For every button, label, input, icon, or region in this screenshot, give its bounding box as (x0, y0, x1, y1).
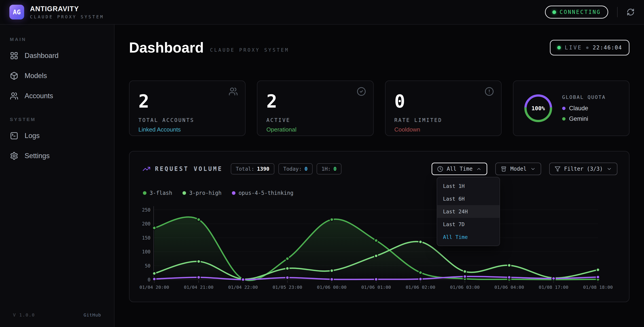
filter-dropdown-button[interactable]: Filter (3/3) (549, 162, 618, 175)
svg-text:250: 250 (142, 207, 150, 213)
app-logo: AG (10, 5, 24, 20)
main-content: Dashboard CLAUDE PROXY SYSTEM LIVE 22:46… (114, 24, 644, 327)
chevron-icon (476, 166, 482, 172)
sidebar-item-label: Models (24, 72, 47, 80)
menu-item-last-7d[interactable]: Last 7D (437, 218, 500, 230)
header-divider (617, 7, 618, 17)
svg-text:01/06 01:00: 01/06 01:00 (361, 284, 391, 290)
svg-text:100: 100 (142, 250, 150, 255)
connection-status-text: CONNECTING (560, 9, 601, 15)
sidebar-item-models[interactable]: Models (0, 66, 114, 86)
funnel-icon (554, 166, 560, 172)
badge-value: 1390 (257, 166, 269, 172)
sidebar-item-label: Settings (24, 152, 50, 160)
legend-item-opus: opus-4-5-thinking (232, 190, 294, 196)
quota-title: GLOBAL QUOTA (562, 94, 606, 100)
grid-icon (10, 52, 18, 60)
legend-item-3-flash: 3-flash (143, 190, 172, 196)
one-hour-badge: 1H: 0 (317, 163, 342, 174)
app-title-block: ANTIGRAVITY CLAUDE PROXY SYSTEM (30, 5, 104, 19)
card-active: 2 ACTIVE Operational (257, 80, 374, 136)
series-dot-icon (232, 191, 236, 195)
users-icon (10, 92, 18, 100)
menu-item-last-1h[interactable]: Last 1H (437, 180, 500, 192)
legend-item-3-pro-high: 3-pro-high (182, 190, 222, 196)
control-label: All Time (447, 166, 473, 172)
svg-text:0: 0 (148, 277, 150, 282)
sidebar-item-label: Dashboard (24, 52, 58, 60)
stat-label: TOTAL ACCOUNTS (138, 117, 236, 123)
legend-label: 3-flash (150, 190, 172, 196)
menu-item-last-6h[interactable]: Last 6H (437, 192, 500, 205)
github-link[interactable]: GitHub (84, 312, 101, 318)
svg-text:01/06 02:00: 01/06 02:00 (406, 284, 435, 290)
menu-item-last-24h[interactable]: Last 24H (437, 205, 500, 218)
page-header: Dashboard CLAUDE PROXY SYSTEM LIVE 22:46… (129, 40, 630, 56)
quota-legend-claude: Claude (562, 105, 606, 112)
sidebar: MAIN Dashboard Models Accounts SYSTEM Lo… (0, 24, 114, 327)
alert-circle-icon (484, 87, 494, 96)
chevron-icon (530, 166, 536, 172)
connection-status-badge: CONNECTING (545, 6, 608, 18)
svg-text:01/06 04:00: 01/06 04:00 (494, 284, 524, 290)
svg-text:01/06 00:00: 01/06 00:00 (317, 284, 346, 290)
sidebar-item-accounts[interactable]: Accounts (0, 86, 114, 106)
app-subtitle: CLAUDE PROXY SYSTEM (30, 14, 104, 19)
menu-item-all-time[interactable]: All Time (437, 230, 500, 243)
card-global-quota: 100% GLOBAL QUOTA Claude Gemini (513, 80, 630, 136)
stat-sub: Linked Accounts (138, 126, 236, 133)
archive-icon (501, 166, 507, 172)
svg-text:200: 200 (142, 222, 150, 227)
volume-badges: Total: 1390 Today: 0 1H: 0 (231, 163, 342, 174)
app-name: ANTIGRAVITY (30, 5, 104, 13)
badge-value: 0 (304, 166, 308, 172)
today-badge: Today: 0 (278, 163, 312, 174)
panel-header: REQUEST VOLUME Total: 1390 Today: 0 1H: … (142, 162, 618, 175)
svg-text:01/04 22:00: 01/04 22:00 (228, 284, 258, 290)
time-range-menu: Last 1H Last 6H Last 24H Last 7D All Tim… (437, 177, 500, 246)
status-dot-icon (552, 10, 556, 14)
model-dropdown-button[interactable]: Model (495, 162, 541, 175)
sidebar-item-logs[interactable]: Logs (0, 126, 114, 146)
quota-percent: 100% (522, 92, 555, 125)
badge-label: Today: (283, 166, 302, 172)
legend-label: 3-pro-high (189, 190, 222, 196)
time-range-dropdown-button[interactable]: All Time (432, 162, 488, 175)
gear-icon (10, 152, 18, 160)
sidebar-item-label: Logs (24, 132, 40, 140)
check-circle-icon (357, 87, 366, 96)
control-label: Model (510, 166, 526, 172)
terminal-icon (10, 132, 18, 140)
separator-dot-icon (586, 46, 588, 49)
svg-text:01/04 20:00: 01/04 20:00 (140, 284, 169, 290)
stat-label: RATE LIMITED (394, 117, 492, 123)
sidebar-item-settings[interactable]: Settings (0, 146, 114, 166)
top-header: AG ANTIGRAVITY CLAUDE PROXY SYSTEM CONNE… (0, 0, 644, 24)
chart-controls: All Time Model Filter (3/3) (432, 162, 618, 175)
gemini-dot-icon (562, 117, 566, 120)
svg-text:01/06 03:00: 01/06 03:00 (450, 284, 480, 290)
badge-value: 0 (334, 166, 336, 172)
quota-legend: GLOBAL QUOTA Claude Gemini (562, 94, 606, 122)
refresh-button[interactable] (626, 8, 634, 16)
panel-title: REQUEST VOLUME (155, 166, 223, 172)
card-rate-limited: 0 RATE LIMITED Cooldown (385, 80, 502, 136)
series-dot-icon (143, 191, 146, 195)
series-dot-icon (182, 191, 186, 195)
stat-sub: Operational (266, 126, 364, 133)
svg-text:01/04 21:00: 01/04 21:00 (184, 284, 213, 290)
svg-text:50: 50 (145, 263, 150, 268)
sidebar-heading-system: SYSTEM (10, 117, 114, 122)
chart-legend: 3-flash 3-pro-high opus-4-5-thinking (143, 190, 294, 196)
quota-legend-name: Gemini (569, 116, 588, 122)
cube-icon (10, 72, 18, 80)
sidebar-item-dashboard[interactable]: Dashboard (0, 46, 114, 66)
stat-value: 2 (266, 92, 364, 110)
badge-label: 1H: (322, 166, 331, 172)
svg-text:150: 150 (142, 235, 150, 241)
request-volume-panel: REQUEST VOLUME Total: 1390 Today: 0 1H: … (129, 151, 630, 302)
live-status-badge: LIVE 22:46:04 (550, 40, 630, 56)
svg-text:01/05 23:00: 01/05 23:00 (272, 284, 302, 290)
version-label: V 1.0.0 (13, 312, 35, 318)
page-subtitle: CLAUDE PROXY SYSTEM (210, 48, 289, 53)
